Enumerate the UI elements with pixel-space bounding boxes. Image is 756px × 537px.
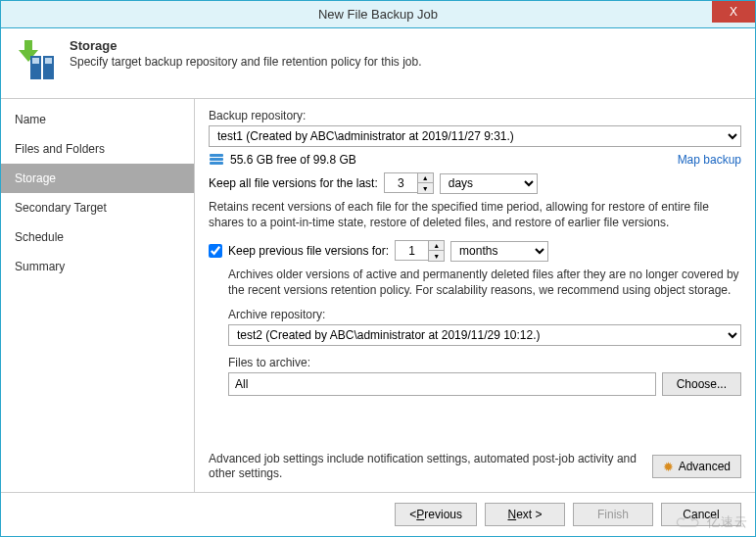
map-backup-link[interactable]: Map backup bbox=[678, 153, 741, 167]
files-to-archive-input[interactable] bbox=[228, 372, 656, 396]
keep-versions-unit[interactable]: days bbox=[440, 173, 538, 194]
window: New File Backup Job X Storage Specify ta… bbox=[0, 0, 756, 537]
advanced-button[interactable]: ✹ Advanced bbox=[652, 455, 741, 478]
spinner-up-icon[interactable]: ▲ bbox=[429, 241, 444, 251]
free-space-row: 55.6 GB free of 99.8 GB Map backup bbox=[209, 153, 741, 167]
backup-repository-select[interactable]: test1 (Created by ABC\administrator at 2… bbox=[209, 125, 741, 147]
prev-versions-desc: Archives older versions of active and pe… bbox=[228, 268, 741, 298]
wizard-header: Storage Specify target backup repository… bbox=[1, 28, 755, 98]
spinner-up-icon[interactable]: ▲ bbox=[418, 173, 433, 183]
header-text: Storage Specify target backup repository… bbox=[70, 38, 422, 69]
svg-rect-4 bbox=[210, 154, 223, 157]
finish-button[interactable]: Finish bbox=[573, 503, 653, 526]
close-icon: X bbox=[730, 5, 737, 19]
sidebar: Name Files and Folders Storage Secondary… bbox=[1, 99, 195, 492]
close-button[interactable]: X bbox=[712, 1, 755, 23]
svg-rect-2 bbox=[32, 58, 39, 64]
footer: < Previous Next > Finish Cancel bbox=[1, 492, 755, 536]
cancel-button[interactable]: Cancel bbox=[661, 503, 741, 526]
disk-icon bbox=[209, 153, 224, 167]
keep-versions-label: Keep all file versions for the last: bbox=[209, 176, 378, 190]
sidebar-item-storage[interactable]: Storage bbox=[1, 164, 194, 193]
storage-icon bbox=[15, 38, 58, 84]
gear-icon: ✹ bbox=[663, 460, 674, 474]
archive-block: Archive repository: test2 (Created by AB… bbox=[228, 308, 741, 396]
spinner-down-icon[interactable]: ▼ bbox=[418, 183, 433, 193]
prev-versions-checkbox[interactable] bbox=[209, 244, 222, 258]
spinner-buttons: ▲ ▼ bbox=[417, 172, 434, 194]
body: Name Files and Folders Storage Secondary… bbox=[1, 98, 755, 492]
window-title: New File Backup Job bbox=[318, 7, 438, 22]
svg-rect-5 bbox=[210, 158, 223, 161]
prev-versions-label: Keep previous file versions for: bbox=[228, 244, 389, 258]
sidebar-item-files[interactable]: Files and Folders bbox=[1, 134, 194, 164]
page-subtitle: Specify target backup repository and fil… bbox=[70, 55, 422, 69]
prev-versions-unit[interactable]: months bbox=[450, 241, 548, 262]
sidebar-item-name[interactable]: Name bbox=[1, 105, 194, 134]
keep-versions-row: Keep all file versions for the last: ▲ ▼… bbox=[209, 172, 741, 194]
advanced-text: Advanced job settings include notificati… bbox=[209, 452, 642, 482]
spinner-buttons: ▲ ▼ bbox=[428, 240, 445, 262]
titlebar: New File Backup Job X bbox=[1, 1, 755, 28]
advanced-area: Advanced job settings include notificati… bbox=[209, 452, 741, 482]
svg-rect-3 bbox=[45, 58, 52, 64]
prev-versions-input[interactable] bbox=[395, 240, 428, 261]
next-button[interactable]: Next > bbox=[485, 503, 565, 526]
backup-repository-label: Backup repository: bbox=[209, 107, 741, 122]
keep-versions-spinner[interactable]: ▲ ▼ bbox=[384, 172, 434, 194]
spinner-down-icon[interactable]: ▼ bbox=[429, 251, 444, 261]
prev-versions-spinner[interactable]: ▲ ▼ bbox=[395, 240, 445, 262]
keep-versions-desc: Retains recent versions of each file for… bbox=[209, 200, 741, 230]
prev-versions-row: Keep previous file versions for: ▲ ▼ mon… bbox=[209, 240, 741, 262]
sidebar-item-summary[interactable]: Summary bbox=[1, 252, 194, 281]
archive-repository-select[interactable]: test2 (Created by ABC\administrator at 2… bbox=[228, 324, 741, 346]
page-title: Storage bbox=[70, 38, 422, 53]
sidebar-item-secondary[interactable]: Secondary Target bbox=[1, 193, 194, 222]
free-space-text: 55.6 GB free of 99.8 GB bbox=[230, 153, 356, 167]
archive-repository-label: Archive repository: bbox=[228, 308, 741, 321]
previous-button[interactable]: < Previous bbox=[395, 503, 477, 526]
sidebar-item-schedule[interactable]: Schedule bbox=[1, 222, 194, 252]
svg-rect-6 bbox=[210, 162, 223, 165]
content: Backup repository: test1 (Created by ABC… bbox=[195, 99, 755, 492]
choose-button[interactable]: Choose... bbox=[662, 372, 741, 396]
files-to-archive-label: Files to archive: bbox=[228, 356, 741, 369]
keep-versions-input[interactable] bbox=[384, 172, 417, 193]
